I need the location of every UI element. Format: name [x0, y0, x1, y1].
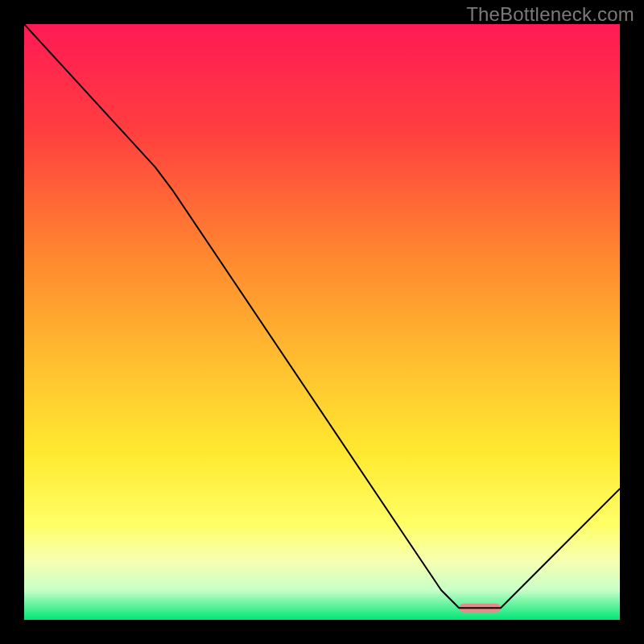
- watermark-text: TheBottleneck.com: [466, 3, 634, 26]
- chart-frame: TheBottleneck.com: [0, 0, 644, 644]
- gradient-background: [24, 24, 620, 620]
- chart-svg: [24, 24, 620, 620]
- plot-area: [24, 24, 620, 620]
